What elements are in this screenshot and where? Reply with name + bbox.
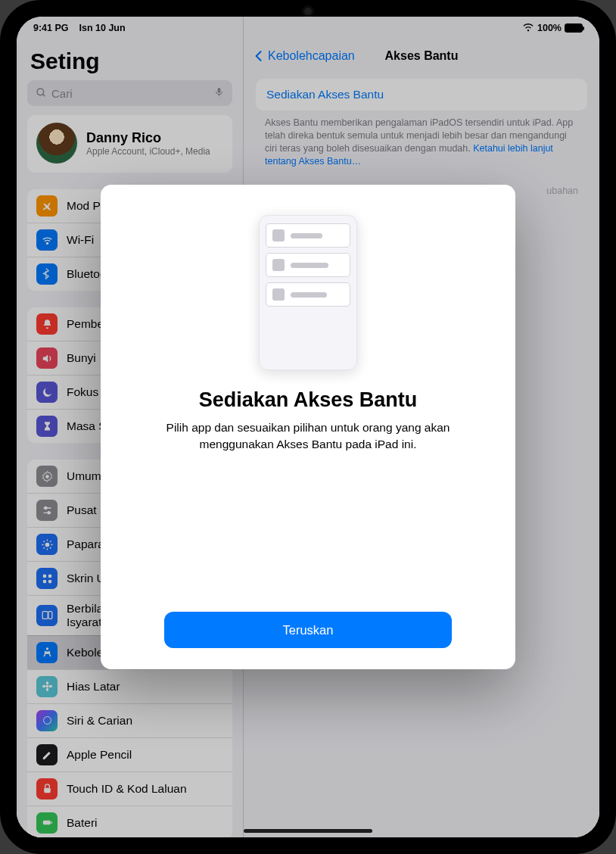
modal-body: Pilih app dan sesuaikan pilihan untuk or… — [157, 419, 459, 452]
home-indicator[interactable] — [244, 829, 372, 833]
setup-modal: Sediakan Akses Bantu Pilih app dan sesua… — [101, 185, 515, 669]
modal-title: Sediakan Akses Bantu — [199, 388, 418, 412]
front-camera — [304, 8, 312, 15]
modal-backdrop[interactable]: Sediakan Akses Bantu Pilih app dan sesua… — [17, 17, 599, 837]
modal-illustration — [259, 215, 357, 370]
continue-button[interactable]: Teruskan — [164, 612, 452, 648]
